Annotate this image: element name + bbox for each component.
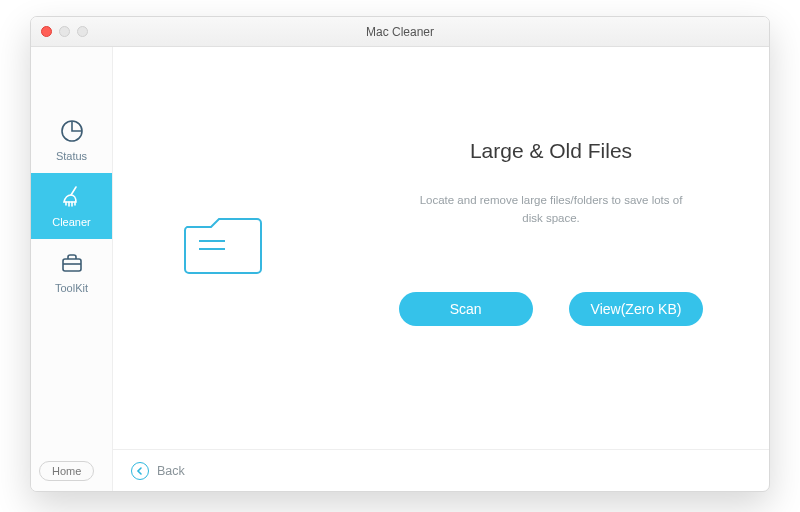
sidebar-item-label: Cleaner [52,216,91,228]
scan-button[interactable]: Scan [399,292,533,326]
sidebar: Status Cleaner [31,47,113,491]
back-button[interactable]: Back [157,464,185,478]
home-button-label: Home [52,465,81,477]
app-window: Mac Cleaner Status [30,16,770,492]
pie-chart-icon [59,118,85,146]
briefcase-icon [59,250,85,278]
view-button[interactable]: View(Zero KB) [569,292,704,326]
sidebar-item-label: ToolKit [55,282,88,294]
close-window-button[interactable] [41,26,52,37]
sidebar-item-status[interactable]: Status [31,107,112,173]
action-buttons: Scan View(Zero KB) [399,292,704,326]
illustration-area [113,47,333,449]
main-panel: Large & Old Files Locate and remove larg… [113,47,769,491]
home-button[interactable]: Home [39,461,94,481]
window-controls [41,26,88,37]
svg-rect-1 [63,259,81,271]
sidebar-item-label: Status [56,150,87,162]
titlebar: Mac Cleaner [31,17,769,47]
sidebar-item-cleaner[interactable]: Cleaner [31,173,112,239]
broom-icon [59,184,85,212]
window-title: Mac Cleaner [31,25,769,39]
minimize-window-button[interactable] [59,26,70,37]
footer-bar: Back [113,449,769,491]
content-right: Large & Old Files Locate and remove larg… [333,47,769,449]
back-arrow-icon[interactable] [131,462,149,480]
content: Large & Old Files Locate and remove larg… [113,47,769,449]
page-description: Locate and remove large files/folders to… [411,191,691,228]
window-body: Status Cleaner [31,47,769,491]
sidebar-item-toolkit[interactable]: ToolKit [31,239,112,305]
folder-icon [181,211,265,285]
zoom-window-button[interactable] [77,26,88,37]
page-title: Large & Old Files [470,139,632,163]
